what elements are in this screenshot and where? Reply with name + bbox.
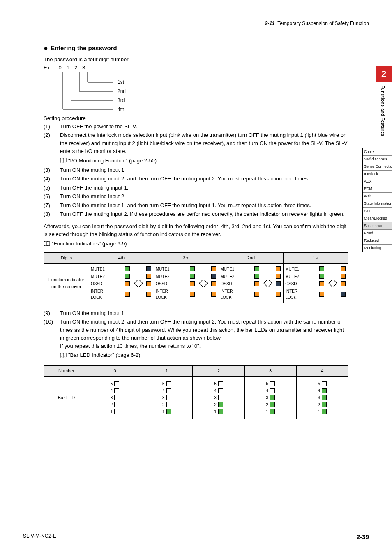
- indicator-left: [319, 281, 324, 286]
- step-text: Disconnect the interlock mode selection …: [60, 131, 348, 165]
- step-item: (7)Turn ON the muting input 1, and then …: [44, 201, 348, 210]
- blink-arrow-icon: [197, 274, 210, 292]
- step-text: Turn ON the muting input 1.: [60, 309, 348, 317]
- indicator-label: OSSD: [156, 281, 188, 287]
- bar-row-num: 2: [318, 402, 321, 408]
- indicator-left: [319, 274, 324, 279]
- step-item: (1)Turn OFF the power to the SL-V.: [44, 123, 348, 131]
- bar-led-square: [114, 402, 119, 407]
- step-item: (8)Turn OFF the muting input 2. If these…: [44, 210, 348, 218]
- side-nav-item: Series Connection: [363, 163, 392, 171]
- bar-row-num: 4: [214, 388, 217, 394]
- indicator-label: MUTE1: [221, 266, 253, 272]
- table-header: 2nd: [219, 253, 284, 264]
- steps-list-a: (1)Turn OFF the power to the SL-V.(2)Dis…: [44, 123, 348, 218]
- indicator-right: [211, 281, 216, 286]
- ex-digit: 1: [67, 64, 69, 72]
- subheading: ● Entering the password: [44, 43, 348, 54]
- section-title: Temporary Suspension of Safety Function: [277, 21, 369, 26]
- indicator-table: Digits4th3rd2nd1st Function indicator on…: [44, 252, 348, 303]
- indicator-label: OSSD: [221, 281, 253, 287]
- indicator-cell: MUTE1MUTE2OSSDINTERLOCK: [219, 263, 284, 303]
- bar-led-square: [270, 402, 275, 407]
- bar-row-num: 1: [111, 409, 113, 415]
- bar-led-square: [322, 409, 327, 414]
- bracket-figure: 1st 2nd 3rd 4th: [60, 72, 348, 112]
- table-header: 2: [193, 366, 244, 377]
- bar-led-cell: 54321: [89, 376, 141, 419]
- example-row: Ex.: 0 1 2 3: [44, 64, 348, 72]
- indicator-right: [276, 292, 281, 297]
- step-num: (9): [44, 309, 56, 317]
- indicator-right: [146, 292, 151, 297]
- bar-led-square: [114, 395, 119, 400]
- step-num: (4): [44, 175, 56, 183]
- indicator-left: [319, 266, 324, 271]
- side-nav-item: Wait: [363, 193, 392, 200]
- side-nav-item: Self-diagnosis: [363, 156, 392, 163]
- indicator-label: OSSD: [91, 281, 123, 287]
- indicator-right: [276, 281, 281, 286]
- section-number: 2-11: [265, 21, 275, 26]
- indicator-left: [190, 292, 195, 297]
- page-number: 2-39: [357, 533, 369, 540]
- indicator-label: MUTE1: [91, 266, 123, 272]
- indicator-left: [254, 266, 259, 271]
- indicator-label: MUTE2: [156, 273, 188, 280]
- svg-text:3rd: 3rd: [118, 97, 125, 103]
- side-nav-item: Fixed: [363, 230, 392, 237]
- indicator-left: [125, 281, 130, 286]
- bar-row-num: 5: [266, 381, 268, 387]
- bar-row-num: 3: [318, 395, 321, 401]
- chapter-label: Functions and Features: [376, 82, 390, 136]
- indicator-left: [254, 281, 259, 286]
- indicator-label: INTERLOCK: [156, 288, 188, 301]
- bar-row-num: 4: [111, 388, 113, 394]
- indicator-right: [341, 292, 346, 297]
- table-header: 0: [89, 366, 141, 377]
- chapter-number: 2: [376, 66, 392, 82]
- ex-digit: 2: [74, 64, 77, 72]
- step-text: Turn OFF the power to the SL-V.: [60, 123, 348, 131]
- side-nav-item: Suspension: [363, 222, 392, 230]
- bar-row-num: 3: [162, 395, 165, 401]
- indicator-left: [125, 292, 130, 297]
- bar-led-cell: 54321: [141, 376, 193, 419]
- bar-row-num: 5: [214, 381, 217, 387]
- svg-text:4th: 4th: [118, 106, 125, 112]
- indicator-left: [190, 281, 195, 286]
- step-num: (8): [44, 210, 56, 218]
- blink-arrow-icon: [262, 274, 274, 292]
- bar-led-square: [114, 409, 119, 414]
- svg-text:1st: 1st: [118, 79, 125, 85]
- reference-text: "Function Indicators" (page 6-5): [52, 240, 127, 248]
- bar-led-square: [270, 409, 275, 414]
- book-icon: [44, 241, 50, 246]
- step-item: (6)Turn ON the muting input 2.: [44, 192, 348, 201]
- ex-digit: 3: [82, 64, 85, 72]
- step-text: Turn OFF the muting input 2. If these pr…: [60, 210, 348, 218]
- bar-led-square: [114, 381, 119, 386]
- step-item: (2)Disconnect the interlock mode selecti…: [44, 131, 348, 165]
- bar-led-square: [166, 402, 171, 407]
- table-header: 3rd: [154, 253, 219, 264]
- indicator-left: [254, 292, 259, 297]
- indicator-cell: MUTE1MUTE2OSSDINTERLOCK: [89, 263, 154, 303]
- table-header: 1st: [284, 253, 348, 264]
- bar-row-num: 5: [318, 381, 321, 387]
- step-text: Turn ON the muting input 1.: [60, 166, 348, 174]
- reference-link: "I/O Monitoring Function" (page 2-50): [60, 157, 157, 165]
- bar-led-square: [166, 409, 171, 414]
- bar-row-num: 3: [266, 395, 268, 401]
- bar-led-square: [218, 402, 223, 407]
- table-header: 4: [296, 366, 348, 377]
- indicator-label: MUTE1: [285, 266, 318, 272]
- indicator-cell: MUTE1MUTE2OSSDINTERLOCK: [284, 263, 348, 303]
- side-nav-item: EDM: [363, 185, 392, 193]
- indicator-right: [146, 281, 151, 286]
- bar-row-num: 1: [214, 409, 217, 415]
- bar-led-square: [218, 388, 223, 393]
- side-nav-item: Cable: [363, 148, 392, 156]
- intro-paragraph: The password is a four digit number.: [44, 56, 348, 64]
- bar-led-square: [218, 395, 223, 400]
